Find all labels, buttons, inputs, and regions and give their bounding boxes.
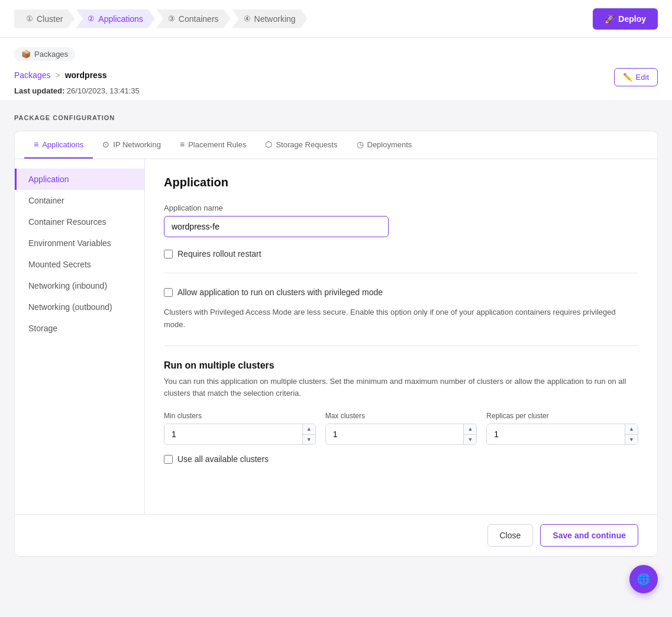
replicas-down[interactable]: ▼	[625, 435, 638, 445]
section-label: PACKAGE CONFIGURATION	[14, 114, 658, 121]
min-clusters-spin: ▲ ▼	[302, 424, 315, 444]
card-footer: Close Save and continue	[15, 514, 657, 556]
placement-rules-tab-label: Placement Rules	[188, 140, 246, 149]
rollout-restart-label: Requires rollout restart	[177, 249, 261, 259]
nav-item-application[interactable]: Application	[15, 169, 144, 190]
min-clusters-up[interactable]: ▲	[303, 424, 315, 435]
min-clusters-down[interactable]: ▼	[303, 435, 315, 445]
nav-item-mounted-secrets[interactable]: Mounted Secrets	[15, 254, 144, 275]
nav-item-container-resources[interactable]: Container Resources	[15, 211, 144, 232]
deploy-icon: 🚀	[605, 14, 615, 24]
sidebar-nav: Application Container Container Resource…	[15, 159, 145, 514]
ip-networking-tab-icon: ⊙	[102, 140, 109, 149]
privileged-mode-label: Allow application to run on clusters wit…	[177, 287, 383, 297]
applications-tab-label: Applications	[42, 140, 83, 149]
min-clusters-input-wrapper: ▲ ▼	[164, 424, 316, 445]
deploy-button[interactable]: 🚀 Deploy	[593, 8, 658, 30]
step-containers[interactable]: ③ Containers	[156, 9, 231, 28]
close-button[interactable]: Close	[487, 524, 534, 547]
max-clusters-input[interactable]	[326, 424, 464, 444]
tab-storage-requests[interactable]: ⬡ Storage Requests	[256, 131, 347, 159]
breadcrumb-current: wordpress	[65, 70, 107, 80]
edit-label: Edit	[636, 73, 649, 82]
app-name-group: Application name	[164, 203, 638, 237]
tab-deployments[interactable]: ◷ Deployments	[347, 131, 422, 159]
badge-label: Packages	[34, 50, 68, 59]
multi-cluster-desc: You can run this application on multiple…	[164, 376, 638, 400]
privileged-mode-checkbox[interactable]	[164, 288, 173, 297]
use-all-clusters-row: Use all available clusters	[164, 454, 638, 464]
max-clusters-field: Max clusters ▲ ▼	[325, 412, 477, 445]
rollout-restart-checkbox[interactable]	[164, 250, 173, 259]
nav-item-networking-inbound[interactable]: Networking (inbound)	[15, 275, 144, 296]
step-applications[interactable]: ② Applications	[76, 9, 155, 28]
step-applications-label: Applications	[98, 14, 143, 24]
step-list: ① Cluster ② Applications ③ Containers ④ …	[14, 9, 309, 28]
nav-item-environment-variables[interactable]: Environment Variables	[15, 232, 144, 254]
nav-item-container[interactable]: Container	[15, 190, 144, 211]
privileged-mode-row: Allow application to run on clusters wit…	[164, 287, 638, 297]
replicas-field: Replicas per cluster ▲ ▼	[486, 412, 638, 445]
applications-tab-icon: ≡	[34, 140, 38, 149]
max-clusters-up[interactable]: ▲	[464, 424, 476, 435]
min-clusters-label: Min clusters	[164, 412, 316, 420]
card-body: Application Container Container Resource…	[15, 159, 657, 514]
min-clusters-input[interactable]	[164, 424, 302, 444]
step-networking-label: Networking	[254, 14, 296, 24]
max-clusters-input-wrapper: ▲ ▼	[325, 424, 477, 445]
tab-applications[interactable]: ≡ Applications	[24, 131, 93, 159]
step-networking-num: ④	[244, 14, 251, 23]
tab-bar: ≡ Applications ⊙ IP Networking ≡ Placeme…	[15, 131, 657, 159]
right-panel: Application Application name Requires ro…	[145, 159, 657, 514]
use-all-clusters-label: Use all available clusters	[177, 454, 269, 464]
step-networking[interactable]: ④ Networking	[232, 9, 308, 28]
max-clusters-down[interactable]: ▼	[464, 435, 476, 445]
last-updated-label: Last updated:	[14, 86, 64, 95]
breadcrumb-area: 📦 Packages Packages > wordpress ✏️ Edit …	[0, 38, 672, 100]
nav-item-storage[interactable]: Storage	[15, 318, 144, 339]
breadcrumb-row: Packages > wordpress ✏️ Edit	[14, 68, 658, 86]
packages-badge: 📦 Packages	[14, 47, 658, 68]
app-name-input[interactable]	[164, 216, 389, 237]
replicas-input[interactable]	[487, 424, 625, 444]
max-clusters-spin: ▲ ▼	[463, 424, 476, 444]
storage-requests-tab-label: Storage Requests	[276, 140, 337, 149]
save-continue-button[interactable]: Save and continue	[540, 524, 638, 547]
divider-1	[164, 273, 638, 273]
storage-requests-tab-icon: ⬡	[265, 140, 272, 149]
main-content: PACKAGE CONFIGURATION ≡ Applications ⊙ I…	[0, 100, 672, 571]
last-updated-value: 26/10/2023, 13:41:35	[67, 86, 140, 95]
step-containers-label: Containers	[179, 14, 219, 24]
deploy-label: Deploy	[618, 14, 646, 24]
divider-2	[164, 345, 638, 346]
step-cluster-num: ①	[26, 14, 33, 23]
placement-rules-tab-icon: ≡	[180, 140, 185, 149]
deployments-tab-label: Deployments	[367, 140, 412, 149]
cluster-grid: Min clusters ▲ ▼ Max clusters	[164, 412, 638, 445]
edit-icon: ✏️	[623, 73, 632, 82]
replicas-spin: ▲ ▼	[625, 424, 638, 444]
last-updated: Last updated: 26/10/2023, 13:41:35	[14, 86, 658, 95]
min-clusters-field: Min clusters ▲ ▼	[164, 412, 316, 445]
edit-button[interactable]: ✏️ Edit	[614, 68, 658, 86]
breadcrumb-packages-link[interactable]: Packages	[14, 70, 50, 80]
breadcrumb-separator: >	[55, 70, 60, 80]
replicas-input-wrapper: ▲ ▼	[486, 424, 638, 445]
tab-ip-networking[interactable]: ⊙ IP Networking	[93, 131, 170, 159]
step-applications-num: ②	[88, 14, 95, 23]
nav-item-networking-outbound[interactable]: Networking (outbound)	[15, 296, 144, 318]
multi-cluster-title: Run on multiple clusters	[164, 360, 638, 371]
replicas-up[interactable]: ▲	[625, 424, 638, 435]
tab-placement-rules[interactable]: ≡ Placement Rules	[170, 131, 256, 159]
step-cluster[interactable]: ① Cluster	[14, 9, 75, 28]
use-all-clusters-checkbox[interactable]	[164, 455, 173, 464]
package-icon: 📦	[21, 50, 31, 59]
replicas-label: Replicas per cluster	[486, 412, 638, 420]
panel-title: Application	[164, 176, 638, 189]
app-name-label: Application name	[164, 203, 638, 212]
step-containers-num: ③	[168, 14, 175, 23]
privileged-mode-desc: Clusters with Privileged Access Mode are…	[164, 306, 638, 331]
rollout-restart-row: Requires rollout restart	[164, 249, 638, 259]
deployments-tab-icon: ◷	[357, 140, 364, 149]
ip-networking-tab-label: IP Networking	[113, 140, 161, 149]
